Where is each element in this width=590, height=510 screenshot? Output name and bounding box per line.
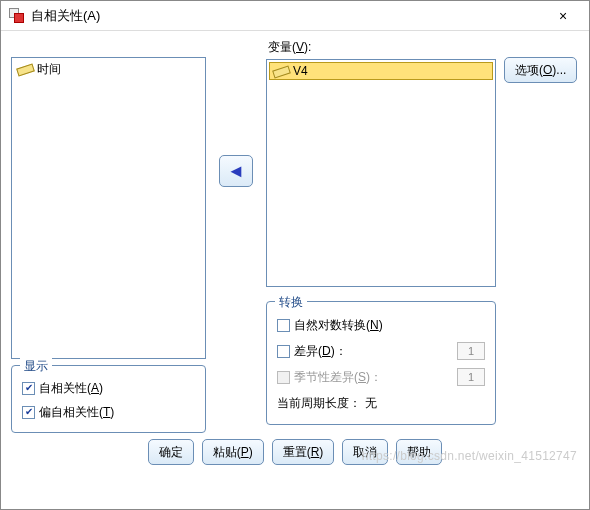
- transform-group: 转换 自然对数转换(N) 差异(D)： 1 季节性差异(S)： 1: [266, 301, 496, 425]
- ok-button[interactable]: 确定: [148, 439, 194, 465]
- display-group: 显示 自相关性(A) 偏自相关性(T): [11, 365, 206, 433]
- partial-autocorrelation-checkbox-row[interactable]: 偏自相关性(T): [22, 400, 195, 424]
- window-title: 自相关性(A): [31, 7, 541, 25]
- seasonal-difference-value-input: 1: [457, 368, 485, 386]
- close-button[interactable]: ×: [541, 2, 585, 30]
- checkbox-disabled-icon: [277, 371, 290, 384]
- checkbox-label: 季节性差异(S)：: [294, 369, 382, 386]
- options-button[interactable]: 选项(O)...: [504, 57, 577, 83]
- list-item-label: V4: [293, 64, 308, 78]
- list-item-label: 时间: [37, 61, 61, 78]
- help-button[interactable]: 帮助: [396, 439, 442, 465]
- group-legend: 转换: [275, 294, 307, 311]
- checkbox-label: 偏自相关性(T): [39, 404, 114, 421]
- cancel-button[interactable]: 取消: [342, 439, 388, 465]
- current-period-row: 当前周期长度： 无: [277, 390, 485, 416]
- ruler-icon: [273, 65, 289, 77]
- log-transform-checkbox-row[interactable]: 自然对数转换(N): [277, 312, 485, 338]
- move-variable-button[interactable]: ◄: [219, 155, 253, 187]
- reset-button[interactable]: 重置(R): [272, 439, 335, 465]
- seasonal-difference-checkbox-row: 季节性差异(S)： 1: [277, 364, 485, 390]
- variables-label: 变量(V):: [268, 39, 496, 56]
- arrow-left-icon: ◄: [227, 161, 245, 182]
- difference-value-input: 1: [457, 342, 485, 360]
- period-label: 当前周期长度：: [277, 395, 361, 412]
- period-value: 无: [365, 395, 377, 412]
- autocorrelation-checkbox-row[interactable]: 自相关性(A): [22, 376, 195, 400]
- source-variable-list[interactable]: 时间: [11, 57, 206, 359]
- checkbox-label: 差异(D)：: [294, 343, 347, 360]
- variables-list[interactable]: V4: [266, 59, 496, 287]
- list-item[interactable]: 时间: [14, 60, 203, 78]
- checkbox-label: 自相关性(A): [39, 380, 103, 397]
- list-item[interactable]: V4: [269, 62, 493, 80]
- checkbox-unchecked-icon: [277, 319, 290, 332]
- checkbox-checked-icon: [22, 406, 35, 419]
- app-icon: [9, 8, 25, 24]
- dialog-content: 时间 显示 自相关性(A) 偏自相关性(T) ◄: [1, 31, 589, 471]
- difference-checkbox-row[interactable]: 差异(D)： 1: [277, 338, 485, 364]
- checkbox-checked-icon: [22, 382, 35, 395]
- checkbox-unchecked-icon: [277, 345, 290, 358]
- ruler-icon: [17, 63, 33, 75]
- dialog-button-row: 确定 粘贴(P) 重置(R) 取消 帮助: [11, 439, 579, 465]
- titlebar: 自相关性(A) ×: [1, 1, 589, 31]
- group-legend: 显示: [20, 358, 52, 375]
- paste-button[interactable]: 粘贴(P): [202, 439, 264, 465]
- checkbox-label: 自然对数转换(N): [294, 317, 383, 334]
